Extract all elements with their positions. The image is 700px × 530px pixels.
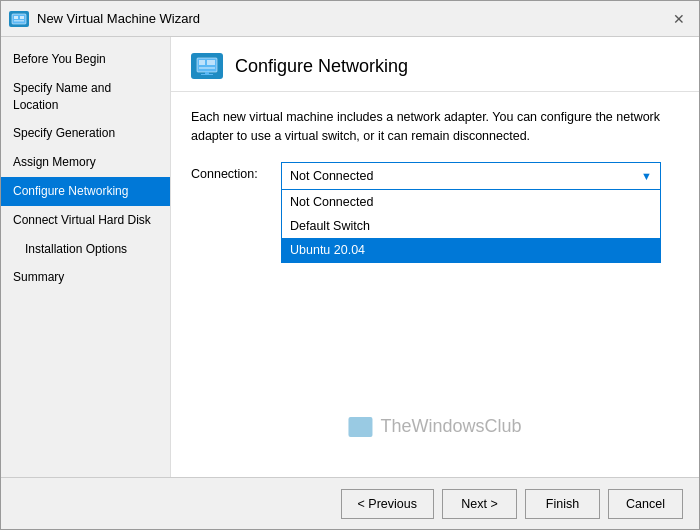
svg-rect-8: [205, 72, 209, 74]
svg-rect-3: [14, 20, 24, 22]
close-button[interactable]: ✕: [667, 7, 691, 31]
previous-button[interactable]: < Previous: [341, 489, 434, 519]
dropdown-option-default-switch[interactable]: Default Switch: [282, 214, 660, 238]
footer: < Previous Next > Finish Cancel: [1, 477, 699, 529]
watermark-text: TheWindowsClub: [380, 416, 521, 437]
wizard-window: New Virtual Machine Wizard ✕ Before You …: [0, 0, 700, 530]
window-title: New Virtual Machine Wizard: [37, 11, 659, 26]
main-panel: Configure Networking Each new virtual ma…: [171, 37, 699, 477]
connection-dropdown[interactable]: Not Connected ▼: [281, 162, 661, 190]
svg-rect-9: [201, 74, 213, 75]
svg-rect-5: [199, 60, 205, 65]
sidebar-item-summary[interactable]: Summary: [1, 263, 170, 292]
sidebar-item-installation-options[interactable]: Installation Options: [1, 235, 170, 264]
dropdown-option-not-connected[interactable]: Not Connected: [282, 190, 660, 214]
svg-rect-6: [207, 60, 215, 65]
cancel-button[interactable]: Cancel: [608, 489, 683, 519]
content-area: Before You BeginSpecify Name and Locatio…: [1, 37, 699, 477]
svg-rect-2: [20, 16, 24, 19]
dropdown-selected-value: Not Connected: [290, 169, 373, 183]
dropdown-arrow-icon: ▼: [641, 170, 652, 182]
dropdown-container: Not Connected ▼ Not ConnectedDefault Swi…: [281, 162, 661, 190]
watermark: TheWindowsClub: [348, 416, 521, 437]
description-text: Each new virtual machine includes a netw…: [191, 108, 679, 146]
svg-rect-7: [199, 67, 215, 69]
title-bar: New Virtual Machine Wizard ✕: [1, 1, 699, 37]
sidebar-item-specify-generation[interactable]: Specify Generation: [1, 119, 170, 148]
panel-icon: [191, 53, 223, 79]
watermark-icon: [348, 417, 372, 437]
panel-title: Configure Networking: [235, 56, 408, 77]
sidebar-item-configure-networking[interactable]: Configure Networking: [1, 177, 170, 206]
sidebar-item-connect-vhd[interactable]: Connect Virtual Hard Disk: [1, 206, 170, 235]
panel-header: Configure Networking: [171, 37, 699, 92]
sidebar-item-assign-memory[interactable]: Assign Memory: [1, 148, 170, 177]
sidebar-item-before-you-begin[interactable]: Before You Begin: [1, 45, 170, 74]
window-icon: [9, 11, 29, 27]
sidebar: Before You BeginSpecify Name and Locatio…: [1, 37, 171, 477]
connection-label: Connection:: [191, 162, 271, 181]
finish-button[interactable]: Finish: [525, 489, 600, 519]
panel-body: Each new virtual machine includes a netw…: [171, 92, 699, 477]
svg-rect-1: [14, 16, 18, 19]
connection-row: Connection: Not Connected ▼ Not Connecte…: [191, 162, 679, 190]
dropdown-option-ubuntu-2004[interactable]: Ubuntu 20.04: [282, 238, 660, 262]
dropdown-list: Not ConnectedDefault SwitchUbuntu 20.04: [281, 189, 661, 263]
sidebar-item-specify-name[interactable]: Specify Name and Location: [1, 74, 170, 120]
next-button[interactable]: Next >: [442, 489, 517, 519]
